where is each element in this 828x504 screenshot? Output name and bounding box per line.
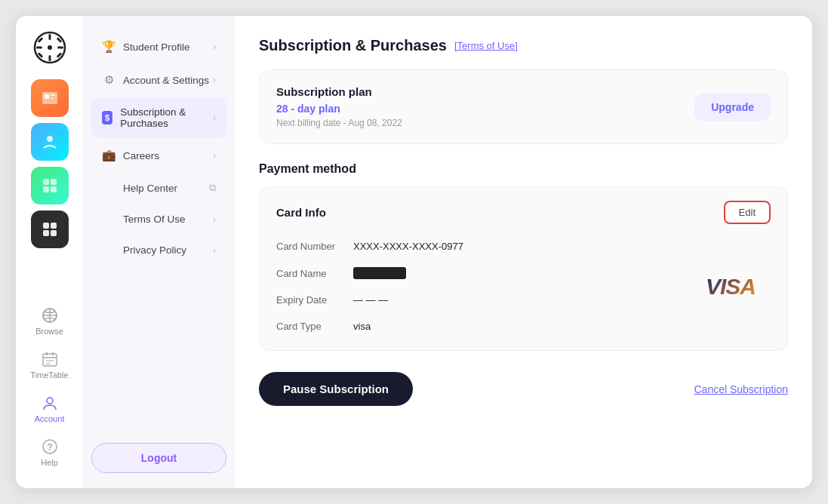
svg-point-1	[48, 45, 52, 50]
svg-rect-2	[48, 34, 51, 40]
page-title: Subscription & Purchases	[259, 37, 447, 54]
chevron-right-icon-5: ›	[213, 214, 216, 225]
sidebar: 🏆 Student Profile › ⚙ Account & Settings…	[84, 16, 235, 488]
trophy-icon: 🏆	[102, 40, 115, 54]
upgrade-button[interactable]: Upgrade	[694, 94, 771, 121]
payment-section-title: Payment method	[259, 162, 788, 176]
card-left-fields: Card Number XXXX-XXXX-XXXX-0977 Card Nam…	[276, 236, 706, 337]
nav-icon-3[interactable]	[31, 167, 69, 204]
nav-icon-2[interactable]	[31, 123, 69, 161]
terms-of-use-link[interactable]: [Terms of Use]	[454, 40, 518, 51]
careers-icon: 💼	[102, 149, 115, 162]
logout-button[interactable]: Logout	[91, 443, 226, 473]
card-name-mask	[353, 267, 406, 279]
account-label: Account	[35, 414, 65, 423]
edit-button[interactable]: Edit	[724, 201, 771, 224]
card-fields: Card Number XXXX-XXXX-XXXX-0977 Card Nam…	[276, 236, 771, 337]
chevron-right-icon-3: ›	[213, 150, 216, 161]
expiry-row: Expiry Date — — —	[276, 290, 706, 310]
nav-bottom: Browse TimeTable Account ? Help	[16, 301, 83, 473]
svg-rect-5	[57, 47, 63, 49]
chevron-right-icon-6: ›	[213, 245, 216, 256]
sidebar-item-help-center[interactable]: Help Center ⧉	[91, 173, 226, 203]
plan-info: Subscription plan 28 - day plan Next bil…	[276, 85, 402, 128]
expiry-value: — — —	[353, 294, 388, 306]
main-content: Subscription & Purchases [Terms of Use] …	[235, 16, 812, 488]
sidebar-item-student-profile[interactable]: 🏆 Student Profile ›	[91, 31, 226, 63]
app-logo	[33, 31, 66, 64]
nav-timetable[interactable]: TimeTable	[20, 345, 80, 386]
svg-rect-22	[51, 230, 57, 236]
nav-account[interactable]: Account	[20, 389, 80, 429]
nav-icon-1[interactable]	[31, 79, 69, 117]
sidebar-menu: 🏆 Student Profile › ⚙ Account & Settings…	[91, 31, 226, 431]
svg-rect-26	[43, 354, 57, 366]
svg-rect-12	[51, 94, 55, 96]
sidebar-logout: Logout	[91, 443, 226, 473]
privacy-label: Privacy Policy	[123, 244, 186, 256]
browse-label: Browse	[35, 327, 63, 336]
svg-rect-13	[51, 97, 54, 99]
svg-rect-17	[43, 186, 49, 192]
payment-card: Card Info Edit Card Number XXXX-XXXX-XXX…	[259, 186, 788, 351]
subscription-icon: $	[102, 111, 112, 124]
help-center-label: Help Center	[123, 183, 177, 194]
account-settings-label: Account & Settings	[123, 75, 209, 86]
sidebar-item-privacy[interactable]: Privacy Policy ›	[91, 235, 226, 265]
sidebar-item-subscription[interactable]: $ Subscription & Purchases ›	[91, 97, 226, 138]
payment-card-header: Card Info Edit	[276, 201, 771, 224]
nav-icon-4[interactable]	[31, 211, 69, 248]
sidebar-item-account-settings[interactable]: ⚙ Account & Settings ›	[91, 64, 226, 96]
svg-rect-18	[51, 186, 57, 192]
svg-rect-21	[43, 230, 49, 236]
svg-rect-15	[43, 179, 49, 185]
nav-help[interactable]: ? Help	[20, 432, 80, 473]
chevron-right-icon-2: ›	[213, 112, 216, 123]
left-nav: Browse TimeTable Account ? Help	[16, 16, 84, 488]
card-number-row: Card Number XXXX-XXXX-XXXX-0977	[276, 236, 706, 257]
chevron-right-icon-1: ›	[213, 75, 216, 85]
svg-rect-3	[48, 55, 51, 61]
card-type-value: visa	[353, 321, 371, 332]
sidebar-item-terms[interactable]: Terms Of Use ›	[91, 204, 226, 234]
gear-icon: ⚙	[102, 73, 115, 87]
svg-rect-4	[36, 47, 42, 49]
svg-rect-16	[51, 179, 57, 185]
svg-point-14	[47, 136, 53, 142]
nav-browse[interactable]: Browse	[20, 301, 80, 342]
card-name-row: Card Name	[276, 263, 706, 284]
card-type-row: Card Type visa	[276, 316, 706, 337]
subscription-plan-card: Subscription plan 28 - day plan Next bil…	[259, 69, 788, 144]
card-name-label: Card Name	[276, 268, 344, 279]
sidebar-item-careers[interactable]: 💼 Careers ›	[91, 140, 226, 171]
svg-rect-11	[45, 94, 49, 99]
card-number-label: Card Number	[276, 241, 344, 252]
student-profile-label: Student Profile	[123, 41, 190, 53]
svg-text:?: ?	[47, 441, 53, 453]
app-frame: Browse TimeTable Account ? Help 🏆 Studen…	[15, 15, 813, 489]
chevron-right-icon-0: ›	[213, 41, 216, 52]
svg-rect-20	[51, 223, 57, 229]
expiry-label: Expiry Date	[276, 294, 344, 306]
billing-date: Next billing date - Aug 08, 2022	[276, 118, 402, 128]
pause-subscription-button[interactable]: Pause Subscription	[259, 372, 413, 406]
subscription-plan-title: Subscription plan	[276, 85, 402, 98]
svg-point-32	[47, 398, 53, 404]
card-type-label: Card Type	[276, 321, 344, 332]
external-link-icon: ⧉	[209, 182, 216, 194]
bottom-actions: Pause Subscription Cancel Subscription	[259, 372, 788, 406]
visa-logo: VISA	[706, 274, 756, 300]
terms-label: Terms Of Use	[123, 214, 186, 225]
page-header: Subscription & Purchases [Terms of Use]	[259, 37, 788, 54]
card-info-label: Card Info	[276, 206, 326, 219]
plan-name: 28 - day plan	[276, 103, 402, 115]
cancel-subscription-link[interactable]: Cancel Subscription	[694, 383, 788, 395]
svg-rect-19	[43, 223, 49, 229]
subscription-label: Subscription & Purchases	[120, 106, 213, 129]
card-number-value: XXXX-XXXX-XXXX-0977	[353, 241, 463, 252]
help-label: Help	[41, 458, 58, 467]
timetable-label: TimeTable	[30, 370, 68, 380]
visa-logo-area: VISA	[706, 236, 771, 337]
careers-label: Careers	[123, 150, 159, 161]
